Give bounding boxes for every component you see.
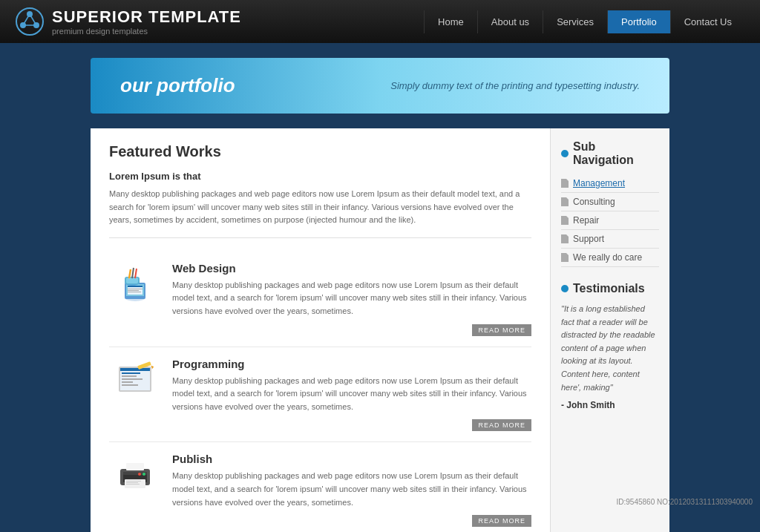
intro-text: Many desktop publishing packages and web…: [109, 188, 531, 238]
work-desc-programming: Many desktop publishing packages and web…: [172, 375, 531, 414]
main-heading: Featured Works: [109, 143, 531, 160]
doc-icon: [561, 216, 569, 225]
work-desc-webdesign: Many desktop publishing packages and web…: [172, 279, 531, 318]
svg-rect-24: [120, 368, 150, 371]
testimonials-title: Testimonials: [561, 282, 659, 295]
svg-point-41: [138, 473, 141, 476]
logo-area: SUPERIOR TEMPLATE premium design templat…: [15, 7, 241, 36]
subnav-consulting[interactable]: Consulting: [561, 193, 659, 211]
testimonial-author: - John Smith: [561, 398, 659, 413]
testimonial-box: "It is a long established fact that a re…: [561, 303, 659, 413]
header: SUPERIOR TEMPLATE premium design templat…: [0, 0, 760, 43]
logo-text: SUPERIOR TEMPLATE premium design templat…: [52, 7, 241, 36]
read-more-programming[interactable]: READ MORE: [472, 419, 531, 431]
work-icon-publish: [109, 453, 161, 497]
logo-icon: [15, 7, 45, 36]
doc-icon: [561, 179, 569, 188]
testimonials-bullet: [561, 285, 569, 292]
work-icon-programming: [109, 358, 161, 402]
subnav-management[interactable]: Management: [561, 174, 659, 193]
read-more-publish[interactable]: READ MORE: [472, 515, 531, 527]
work-title-webdesign: Web Design: [172, 262, 531, 275]
banner: our portfolio Simply dummy text of the p…: [91, 58, 669, 114]
svg-point-40: [142, 473, 145, 476]
nav-services[interactable]: Services: [543, 10, 607, 33]
publish-icon: [113, 453, 157, 497]
svg-rect-38: [126, 484, 140, 485]
nav-about[interactable]: About us: [477, 10, 543, 33]
doc-icon: [561, 197, 569, 206]
nav-portfolio[interactable]: Portfolio: [607, 10, 670, 33]
work-item-programming: Programming Many desktop publishing pack…: [109, 347, 531, 443]
main-nav: Home About us Services Portfolio Contact…: [424, 10, 745, 33]
nav-contact[interactable]: Contact Us: [670, 10, 745, 33]
subnav-title: Sub Navigation: [561, 140, 659, 167]
subnav-we-care[interactable]: We really do care: [561, 249, 659, 267]
svg-rect-27: [122, 378, 142, 380]
doc-icon: [561, 253, 569, 262]
webdesign-icon: [113, 262, 157, 306]
subnav-repair[interactable]: Repair: [561, 211, 659, 230]
svg-rect-14: [128, 292, 141, 292]
subnav-bullet: [561, 150, 569, 157]
work-text-publish: Publish Many desktop publishing packages…: [172, 453, 531, 527]
programming-icon: [113, 358, 157, 402]
read-more-webdesign[interactable]: READ MORE: [472, 324, 531, 336]
work-text-programming: Programming Many desktop publishing pack…: [172, 358, 531, 432]
svg-rect-13: [128, 290, 139, 291]
subnav-list: Management Consulting Repair Support We …: [561, 174, 659, 267]
svg-marker-31: [151, 364, 154, 369]
testimonial-text: "It is a long established fact that a re…: [561, 303, 659, 394]
work-desc-publish: Many desktop publishing packages and web…: [172, 470, 531, 509]
svg-rect-29: [122, 384, 138, 386]
nav-home[interactable]: Home: [424, 10, 477, 33]
work-text-webdesign: Web Design Many desktop publishing packa…: [172, 262, 531, 336]
banner-subtext: Simply dummy text of the printing and ty…: [390, 80, 640, 91]
svg-rect-36: [126, 481, 141, 482]
doc-icon: [561, 234, 569, 243]
svg-line-5: [30, 14, 36, 25]
brand-name: SUPERIOR TEMPLATE: [52, 7, 241, 27]
sidebar: Sub Navigation Management Consulting Rep…: [551, 128, 669, 532]
content-wrapper: Featured Works Lorem Ipsum is that Many …: [91, 128, 669, 532]
subnav-support[interactable]: Support: [561, 230, 659, 249]
svg-rect-11: [128, 286, 142, 287]
svg-line-4: [23, 14, 30, 25]
work-item-publish: Publish Many desktop publishing packages…: [109, 442, 531, 532]
svg-rect-17: [126, 278, 138, 283]
work-icon-webdesign: [109, 262, 161, 306]
svg-rect-26: [122, 375, 137, 377]
svg-rect-28: [122, 381, 133, 383]
svg-rect-12: [128, 289, 142, 289]
svg-line-19: [132, 268, 134, 278]
main-column: Featured Works Lorem Ipsum is that Many …: [91, 128, 551, 532]
work-title-programming: Programming: [172, 358, 531, 370]
watermark: ID:9545860 NO:20120313111303940000: [617, 498, 753, 506]
svg-rect-39: [126, 463, 144, 470]
brand-tagline: premium design templates: [52, 27, 241, 36]
svg-rect-25: [122, 372, 140, 374]
banner-heading: our portfolio: [120, 74, 235, 97]
svg-rect-37: [126, 482, 138, 483]
work-title-publish: Publish: [172, 453, 531, 465]
intro-title: Lorem Ipsum is that: [109, 171, 531, 182]
work-item-webdesign: Web Design Many desktop publishing packa…: [109, 252, 531, 347]
